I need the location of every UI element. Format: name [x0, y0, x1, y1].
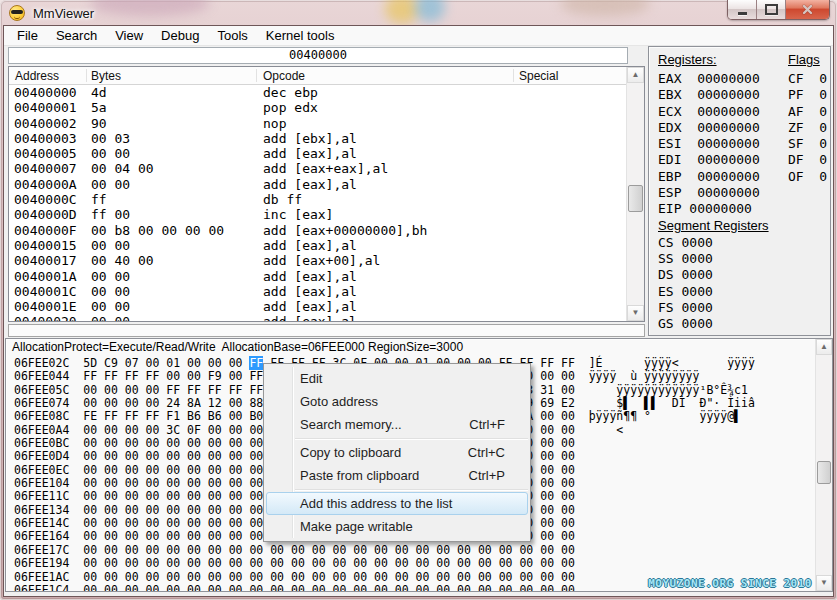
hex-row[interactable]: 06FEE194 00 00 00 00 00 00 00 00 00 00 0…: [14, 556, 755, 569]
disasm-row[interactable]: 0040000500 00add [eax],al: [9, 146, 627, 161]
disasm-row[interactable]: 004000004ddec ebp: [9, 85, 627, 100]
context-menu-item-edit[interactable]: Edit: [266, 367, 528, 390]
disasm-row[interactable]: 0040000F00 b8 00 00 00 00add [eax+000000…: [9, 223, 627, 238]
maximize-icon: [765, 4, 778, 15]
minimize-icon: [738, 12, 747, 15]
flags-column: FlagsCF 0PF 0AF 0ZF 0SF 0DF 0OF 0: [788, 51, 827, 185]
menu-bar: FileSearchViewDebugToolsKernel tools: [4, 26, 833, 46]
hex-bytes: 00 00 00 00 00 00 00 00 00 00 00 00 00 0…: [83, 543, 575, 557]
column-header-bytes[interactable]: Bytes: [91, 69, 121, 83]
disasm-opcode: db ff: [263, 192, 302, 207]
selected-byte[interactable]: FF: [249, 356, 263, 370]
scrollbar-thumb[interactable]: [628, 185, 643, 212]
context-menu-item-add-this-address-to-the-list[interactable]: Add this address to the list: [266, 492, 528, 515]
column-header-address[interactable]: Address: [15, 69, 59, 83]
disasm-address: 00400000: [14, 85, 77, 100]
disasm-opcode: add [eax+00000000],bh: [263, 223, 427, 238]
minimize-button[interactable]: [728, 0, 757, 19]
close-button[interactable]: [786, 0, 829, 19]
disasm-row[interactable]: 0040001700 40 00add [eax+00],al: [9, 253, 627, 268]
disasm-opcode: pop edx: [263, 100, 318, 115]
disasm-bytes: 00 00: [91, 177, 130, 192]
disasm-bytes: 5a: [91, 100, 107, 115]
disasm-row[interactable]: 0040002000 00add [eax],al: [9, 314, 627, 322]
hex-row[interactable]: 06FEE17C 00 00 00 00 00 00 00 00 00 00 0…: [14, 543, 755, 556]
disasm-row[interactable]: 0040000Dff 00inc [eax]: [9, 207, 627, 222]
disasm-row[interactable]: 0040001500 00add [eax],al: [9, 238, 627, 253]
disasm-opcode: add [eax],al: [263, 314, 357, 322]
disasm-row[interactable]: 004000015apop edx: [9, 100, 627, 115]
disasm-row[interactable]: 0040000Cffdb ff: [9, 192, 627, 207]
context-menu-item-make-page-writable[interactable]: Make page writable: [266, 515, 528, 538]
hex-address: 06FEE0EC: [14, 463, 83, 477]
menu-item-debug[interactable]: Debug: [152, 26, 208, 45]
hex-row[interactable]: 06FEE1AC 00 00 00 00 00 00 00 00 00 00 0…: [14, 570, 755, 583]
disassembly-scrollbar[interactable]: ▲ ▼: [626, 67, 644, 321]
context-menu: EditGoto addressSearch memory...Ctrl+FCo…: [263, 363, 531, 542]
memory-scrollbar[interactable]: ▲ ▼: [815, 339, 832, 591]
disasm-bytes: 00 00: [91, 146, 130, 161]
hex-ascii: [575, 503, 589, 517]
menu-item-kernel-tools[interactable]: Kernel tools: [257, 26, 344, 45]
address-input[interactable]: 00400000: [8, 47, 628, 64]
disasm-bytes: 90: [91, 116, 107, 131]
disasm-bytes: ff: [91, 192, 107, 207]
menu-item-shortcut: Ctrl+F: [469, 417, 517, 432]
register-row: EBX 00000000: [658, 87, 769, 103]
registers-panel: Registers:EAX 00000000EBX 00000000ECX 00…: [648, 46, 831, 336]
disasm-address: 0040000D: [14, 207, 77, 222]
context-menu-item-goto-address[interactable]: Goto address: [266, 390, 528, 413]
disasm-address: 00400020: [14, 314, 77, 322]
segment-register-row: FS 0000: [658, 300, 769, 316]
maximize-button[interactable]: [757, 0, 786, 19]
menu-item-shortcut: Ctrl+P: [469, 468, 517, 483]
scroll-up-icon[interactable]: ▲: [816, 339, 832, 355]
menu-item-search[interactable]: Search: [47, 26, 106, 45]
context-menu-item-copy-to-clipboard[interactable]: Copy to clipboardCtrl+C: [266, 441, 528, 464]
column-header-special[interactable]: Special: [519, 69, 558, 83]
hex-row[interactable]: 06FEE1C4 00 00 00 00 00 00 00 00 00 00 0…: [14, 583, 755, 592]
disasm-row[interactable]: 0040001E00 00add [eax],al: [9, 299, 627, 314]
disasm-bytes: 00 40 00: [91, 253, 154, 268]
segment-registers-header: Segment Registers: [658, 218, 769, 235]
disasm-row[interactable]: 0040001C00 00add [eax],al: [9, 284, 627, 299]
column-header-opcode[interactable]: Opcode: [263, 69, 305, 83]
hex-ascii: [575, 583, 589, 592]
segment-register-row: ES 0000: [658, 284, 769, 300]
disasm-opcode: add [eax],al: [263, 299, 357, 314]
disasm-opcode: add [eax],al: [263, 146, 357, 161]
hex-address: 06FEE044: [14, 369, 83, 383]
address-strip[interactable]: [8, 324, 645, 337]
scrollbar-thumb[interactable]: [817, 461, 831, 484]
disasm-row[interactable]: 0040000700 04 00add [eax+eax],al: [9, 161, 627, 176]
disasm-row[interactable]: 0040000300 03add [ebx],al: [9, 131, 627, 146]
disasm-address: 00400002: [14, 116, 77, 131]
hex-ascii: [575, 489, 589, 503]
segment-register-row: GS 0000: [658, 316, 769, 332]
hex-ascii: $▌ ▌▌ DÌ Ð"· Ìiiâ: [575, 396, 755, 410]
disasm-row[interactable]: 0040000A00 00add [eax],al: [9, 177, 627, 192]
disasm-row[interactable]: 0040001A00 00add [eax],al: [9, 269, 627, 284]
menu-item-shortcut: Ctrl+C: [468, 445, 517, 460]
menu-item-view[interactable]: View: [106, 26, 152, 45]
disasm-address: 00400007: [14, 161, 77, 176]
register-row: EBP 00000000: [658, 169, 769, 185]
disasm-bytes: 00 00: [91, 314, 130, 322]
scroll-down-icon[interactable]: ▼: [627, 305, 644, 321]
menu-separator: [295, 489, 528, 490]
disasm-address: 00400003: [14, 131, 77, 146]
title-bar[interactable]: MmViewer: [0, 0, 837, 26]
menu-item-tools[interactable]: Tools: [208, 26, 256, 45]
hex-bytes: 5D C9 07 00 01 00 00 00: [83, 356, 249, 370]
hex-address: 06FEE1AC: [14, 570, 83, 584]
menu-item-file[interactable]: File: [8, 26, 47, 45]
context-menu-item-search-memory[interactable]: Search memory...Ctrl+F: [266, 413, 528, 436]
flag-row: PF 0: [788, 87, 827, 103]
disasm-row[interactable]: 0040000290nop: [9, 116, 627, 131]
segment-register-row: DS 0000: [658, 267, 769, 283]
app-window: MmViewer FileSearchViewDebugToolsKernel …: [0, 0, 837, 600]
context-menu-item-paste-from-clipboard[interactable]: Paste from clipboardCtrl+P: [266, 464, 528, 487]
registers-column: Registers:EAX 00000000EBX 00000000ECX 00…: [658, 51, 769, 332]
scroll-up-icon[interactable]: ▲: [627, 67, 644, 83]
scroll-down-icon[interactable]: ▼: [816, 575, 832, 591]
